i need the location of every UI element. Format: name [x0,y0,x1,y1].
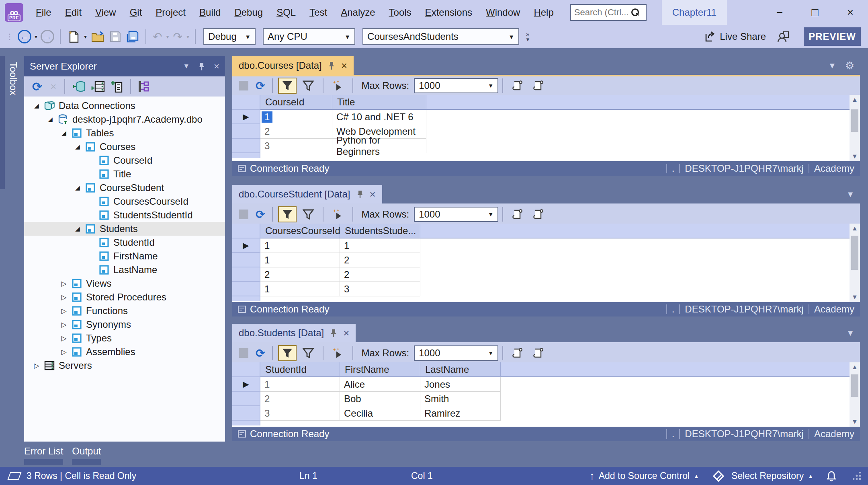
filter-toggle-button[interactable] [278,345,297,361]
max-rows-combo[interactable]: 1000▼ [414,345,498,361]
tree-expander-icon[interactable]: ▷ [57,348,71,356]
document-tab[interactable]: dbo.Courses [Data]× [232,56,354,75]
scroll-up-icon[interactable]: ▲ [852,224,858,233]
tree-item[interactable]: CourseId [24,154,225,167]
tree-item[interactable]: ◢Data Connections [24,99,225,113]
solution-platform-combo[interactable]: Any CPU ▼ [263,28,355,45]
pin-icon[interactable] [356,190,364,199]
refresh-icon[interactable]: ⟳ [256,208,265,221]
tree-expander-icon[interactable]: ◢ [71,143,84,150]
filter-button[interactable] [299,78,317,94]
column-header[interactable]: CoursesCourseId [260,224,340,238]
row-selector[interactable] [232,267,260,282]
redo-dropdown-icon[interactable]: ▾ [186,33,189,40]
tree-item[interactable]: ▷Stored Procedures [24,290,225,304]
grid-corner-cell[interactable] [232,362,260,377]
vertical-scrollbar[interactable]: ▲▼ [850,362,860,427]
stop-button[interactable] [239,81,248,90]
tree-item[interactable]: LastName [24,263,225,277]
advanced-options-icon[interactable] [329,345,347,361]
tree-expander-icon[interactable]: ▷ [30,362,43,370]
tree-item[interactable]: FirstName [24,249,225,263]
menu-help[interactable]: Help [527,0,560,25]
column-header[interactable]: StudentId [260,362,340,377]
scroll-down-icon[interactable]: ▼ [852,152,858,161]
search-input[interactable] [574,7,631,18]
scroll-up-icon[interactable]: ▲ [852,95,858,105]
script-icon[interactable] [508,345,527,361]
stop-button[interactable] [239,348,248,358]
scroll-up-icon[interactable]: ▲ [852,362,858,372]
scroll-down-icon[interactable]: ▼ [852,292,858,302]
bottom-tab-output[interactable]: Output [72,446,101,465]
menu-debug[interactable]: Debug [227,0,270,25]
tree-item[interactable]: StudentId [24,236,225,249]
script-file-icon[interactable] [529,206,548,222]
row-selector[interactable]: ▶ [232,110,260,124]
navigate-back-dropdown-icon[interactable]: ▾ [35,33,37,40]
tree-item[interactable]: ◢desktop-j1pqhr7.Academy.dbo [24,113,225,126]
tree-item[interactable]: ◢CourseStudent [24,181,225,195]
grid-cell[interactable]: 2 [260,267,340,282]
grid-cell[interactable]: 1 [340,238,420,253]
close-tab-icon[interactable]: × [370,188,376,201]
grid-cell[interactable]: 1 [260,253,340,267]
menu-analyze[interactable]: Analyze [334,0,382,25]
tree-expander-icon[interactable]: ▷ [57,321,71,329]
sign-in-user-icon[interactable] [777,30,790,43]
tab-list-chevron-icon[interactable]: ▼ [846,329,854,338]
grid-corner-cell[interactable] [232,224,260,238]
connect-to-database-icon[interactable] [72,80,86,93]
refresh-icon[interactable]: ⟳ [32,80,42,94]
filter-toggle-button[interactable] [278,206,297,222]
save-button[interactable] [110,31,121,42]
open-file-button[interactable] [91,31,104,42]
tree-item[interactable]: ◢Tables [24,126,225,140]
advanced-options-icon[interactable] [329,206,347,222]
maximize-button[interactable]: □ [797,0,833,25]
gear-icon[interactable]: ⚙ [845,60,854,72]
add-server-icon[interactable] [111,80,123,93]
menu-project[interactable]: Project [149,0,192,25]
tree-item[interactable]: ▷Synonyms [24,318,225,331]
solution-title-tab[interactable]: Chapter11 [662,0,727,25]
pin-icon[interactable] [356,190,364,199]
scrollbar-thumb[interactable] [851,236,858,270]
tree-item[interactable]: ▷Servers [24,359,225,372]
tree-item[interactable]: CoursesCourseId [24,195,225,208]
grid-cell[interactable]: 3 [340,282,420,296]
grid-cell[interactable]: Bob [340,392,420,406]
row-selector[interactable] [232,253,260,267]
add-to-source-control-button[interactable]: ↑ Add to Source Control ▲ [590,470,699,482]
scrollbar-track[interactable] [850,372,860,417]
undo-button[interactable]: ↶ [153,30,162,43]
row-selector[interactable]: ▶ [232,377,260,392]
new-file-button[interactable] [68,30,80,43]
max-rows-combo[interactable]: 1000▼ [414,78,498,93]
close-tab-icon[interactable]: × [343,327,349,339]
toolbox-tab[interactable]: Toolbox [5,59,22,123]
navigate-forward-button[interactable]: → [41,30,54,43]
close-panel-icon[interactable]: × [214,61,219,72]
column-header[interactable]: Title [332,95,426,110]
grid-cell[interactable]: Jones [420,377,501,392]
column-header[interactable]: CourseId [260,95,332,110]
grid-cell[interactable]: 3 [260,139,332,153]
row-selector[interactable] [232,139,260,153]
tree-expander-icon[interactable]: ▷ [57,334,71,343]
refresh-icon[interactable]: ⟳ [256,347,265,360]
grid-cell[interactable]: 2 [260,124,332,139]
navigate-back-button[interactable]: ← [18,30,31,43]
filter-button[interactable] [299,206,317,222]
line-indicator[interactable]: Ln 1 [299,471,317,481]
column-indicator[interactable]: Col 1 [411,471,433,481]
row-selector[interactable] [232,392,260,406]
row-selector[interactable] [232,406,260,421]
scrollbar-thumb[interactable] [851,374,858,397]
scrollbar-thumb[interactable] [851,109,858,132]
select-repository-button[interactable]: Select Repository ▲ [713,471,813,481]
tree-expander-icon[interactable]: ▷ [57,279,71,288]
menu-view[interactable]: View [88,0,123,25]
tree-item[interactable]: ▷Views [24,277,225,290]
grid-cell[interactable]: 1 [260,238,340,253]
